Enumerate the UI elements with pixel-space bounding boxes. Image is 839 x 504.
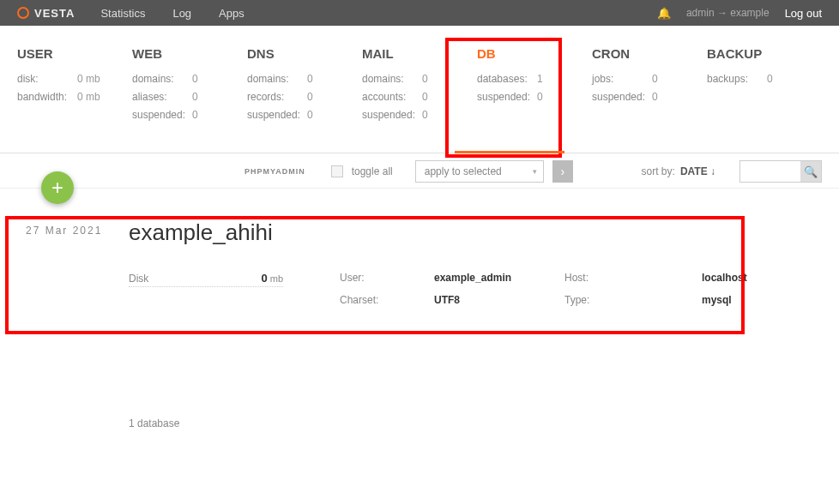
item-date: 27 Mar 2021	[26, 219, 129, 306]
vesta-logo-icon	[17, 7, 29, 19]
panel-title-mail: MAIL	[362, 46, 467, 61]
panel-backup[interactable]: BACKUP backups:0	[707, 46, 822, 127]
nav-apps[interactable]: Apps	[219, 7, 244, 20]
bulk-action-apply-button[interactable]: ›	[552, 160, 573, 183]
sort-value: DATE ↓	[680, 165, 715, 177]
stat-host: Host:	[564, 272, 702, 284]
panel-title-backup: BACKUP	[707, 46, 812, 61]
brand-name: VESTA	[34, 7, 75, 20]
panel-nav: USER disk:0 mb bandwidth:0 mb WEB domain…	[0, 26, 839, 153]
database-count: 1 database	[0, 409, 839, 438]
panel-db[interactable]: DB databases:1 suspended:0	[477, 46, 592, 127]
nav-statistics[interactable]: Statistics	[100, 7, 145, 20]
notifications-icon[interactable]: 🔔	[657, 7, 671, 20]
logout-link[interactable]: Log out	[785, 7, 822, 20]
item-main: example_ahihi Disk 0 mb User:example_adm…	[129, 219, 822, 306]
database-name[interactable]: example_ahihi	[129, 219, 822, 246]
brand-logo[interactable]: VESTA	[17, 7, 75, 20]
panel-user[interactable]: USER disk:0 mb bandwidth:0 mb	[17, 46, 132, 127]
panel-mail[interactable]: MAIL domains:0 accounts:0 suspended:0	[362, 46, 477, 127]
panel-cron[interactable]: CRON jobs:0 suspended:0	[592, 46, 707, 127]
search-button[interactable]: 🔍	[800, 161, 821, 182]
sort-control[interactable]: sort by: DATE ↓	[642, 165, 715, 177]
host-value: localhost	[702, 272, 747, 284]
database-item[interactable]: 27 Mar 2021 example_ahihi Disk 0 mb User…	[0, 189, 839, 332]
panel-title-dns: DNS	[247, 46, 352, 61]
topbar-right: 🔔 admin → example Log out	[657, 7, 822, 20]
toggle-all-label[interactable]: toggle all	[352, 165, 393, 177]
bulk-action-select[interactable]: apply to selected ▾	[415, 160, 544, 183]
top-bar: VESTA Statistics Log Apps 🔔 admin → exam…	[0, 0, 839, 26]
search-input[interactable]	[740, 165, 800, 177]
search-icon: 🔍	[804, 165, 818, 178]
panel-title-db: DB	[477, 46, 582, 61]
stat-disk: Disk 0 mb	[129, 272, 283, 287]
list-toolbar: PHPMYADMIN toggle all apply to selected …	[0, 153, 839, 189]
arrow-right-icon: ›	[560, 165, 564, 178]
nav-log[interactable]: Log	[172, 7, 191, 20]
user-breadcrumb[interactable]: admin → example	[686, 7, 770, 19]
plus-icon: +	[51, 176, 63, 200]
panel-title-user: USER	[17, 46, 122, 61]
sort-label: sort by:	[642, 165, 675, 177]
toggle-all-checkbox[interactable]	[331, 165, 343, 177]
panel-web[interactable]: WEB domains:0 aliases:0 suspended:0	[132, 46, 247, 127]
database-stats: Disk 0 mb User:example_admin Charset:UTF…	[129, 272, 822, 306]
add-database-button[interactable]: +	[41, 171, 74, 204]
database-list: 27 Mar 2021 example_ahihi Disk 0 mb User…	[0, 189, 839, 332]
top-nav: Statistics Log Apps	[100, 7, 244, 20]
panel-dns[interactable]: DNS domains:0 records:0 suspended:0	[247, 46, 362, 127]
stat-charset: Charset:UTF8	[340, 294, 564, 306]
panel-title-cron: CRON	[592, 46, 697, 61]
stat-type: Type:	[564, 294, 702, 306]
type-value: mysql	[702, 294, 732, 306]
stat-user: User:example_admin	[340, 272, 564, 284]
chevron-down-icon: ▾	[528, 167, 543, 176]
search-box: 🔍	[739, 160, 822, 183]
bulk-action-value: apply to selected	[416, 165, 528, 177]
phpmyadmin-link[interactable]: PHPMYADMIN	[244, 167, 305, 176]
panel-title-web: WEB	[132, 46, 237, 61]
